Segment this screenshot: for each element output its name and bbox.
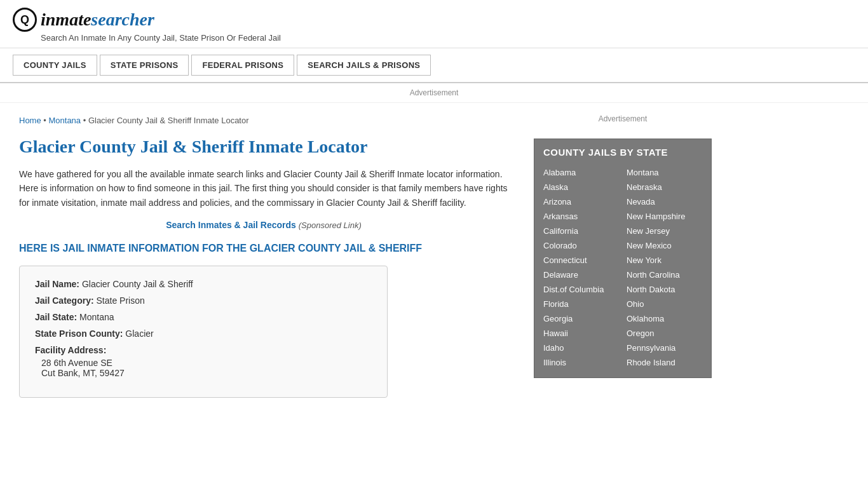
- state-item[interactable]: Illinois: [539, 355, 623, 370]
- state-item[interactable]: Georgia: [539, 311, 623, 326]
- state-item[interactable]: Alaska: [539, 180, 623, 194]
- jail-category-row: Jail Category: State Prison: [35, 295, 372, 306]
- state-item[interactable]: Rhode Island: [623, 355, 706, 370]
- header: Q inmatesearcher Search An Inmate In Any…: [0, 0, 868, 48]
- search-jails-nav-btn[interactable]: SEARCH JAILS & PRISONS: [297, 55, 431, 76]
- state-item[interactable]: Connecticut: [539, 253, 623, 268]
- state-prison-county-label: State Prison County:: [35, 329, 123, 339]
- sidebar-ad-label: Advertisement: [599, 114, 648, 123]
- logo-text-italic: searcher: [91, 10, 154, 29]
- page-title: Glacier County Jail & Sheriff Inmate Loc…: [19, 137, 508, 157]
- description: We have gathered for you all the availab…: [19, 167, 508, 210]
- sidebar-ad: Advertisement: [534, 109, 712, 128]
- state-prison-county-value: Glacier: [125, 329, 153, 339]
- federal-prisons-nav-btn[interactable]: FEDERAL PRISONS: [191, 55, 294, 76]
- state-item[interactable]: Idaho: [539, 341, 623, 355]
- state-item[interactable]: Florida: [539, 297, 623, 311]
- sidebar: Advertisement COUNTY JAILS BY STATE Alab…: [527, 103, 724, 410]
- state-item[interactable]: California: [539, 224, 623, 238]
- ad-banner: Advertisement: [0, 83, 868, 103]
- breadcrumb-current: Glacier County Jail & Sheriff Inmate Loc…: [88, 116, 249, 125]
- breadcrumb: Home • Montana • Glacier County Jail & S…: [19, 116, 508, 125]
- state-item[interactable]: Oklahoma: [623, 311, 706, 326]
- breadcrumb-sep2: •: [83, 116, 88, 125]
- jail-category-label: Jail Category:: [35, 295, 94, 306]
- section-heading: HERE IS JAIL INMATE INFORMATION FOR THE …: [19, 243, 508, 254]
- state-item[interactable]: New Mexico: [623, 238, 706, 253]
- state-item[interactable]: Nevada: [623, 194, 706, 209]
- logo-text: inmatesearcher: [41, 10, 154, 30]
- state-item[interactable]: Hawaii: [539, 326, 623, 341]
- state-item[interactable]: Nebraska: [623, 180, 706, 194]
- state-item[interactable]: Pennsylvania: [623, 341, 706, 355]
- logo-text-plain: inmate: [41, 10, 91, 29]
- state-item[interactable]: Delaware: [539, 268, 623, 282]
- logo-area: Q inmatesearcher: [13, 8, 855, 32]
- sponsored-text: (Sponsored Link): [299, 220, 362, 230]
- state-item[interactable]: North Carolina: [623, 268, 706, 282]
- county-jails-nav-btn[interactable]: COUNTY JAILS: [13, 55, 97, 76]
- state-item[interactable]: Arizona: [539, 194, 623, 209]
- state-prison-county-row: State Prison County: Glacier: [35, 329, 372, 339]
- jail-name-value: Glacier County Jail & Sheriff: [82, 279, 193, 289]
- logo-icon: Q: [13, 8, 37, 32]
- state-item[interactable]: Ohio: [623, 297, 706, 311]
- state-item[interactable]: New Jersey: [623, 224, 706, 238]
- main-layout: Home • Montana • Glacier County Jail & S…: [0, 103, 868, 410]
- content-area: Home • Montana • Glacier County Jail & S…: [0, 103, 527, 410]
- state-box-header: COUNTY JAILS BY STATE: [534, 139, 711, 163]
- state-item[interactable]: Colorado: [539, 238, 623, 253]
- breadcrumb-home[interactable]: Home: [19, 116, 41, 125]
- state-item[interactable]: North Dakota: [623, 282, 706, 297]
- tagline: Search An Inmate In Any County Jail, Sta…: [41, 33, 855, 43]
- jail-info-box: Jail Name: Glacier County Jail & Sheriff…: [19, 266, 388, 398]
- search-inmates-link[interactable]: Search Inmates & Jail Records: [166, 220, 296, 230]
- jail-state-value: Montana: [79, 312, 114, 322]
- state-list: AlabamaMontanaAlaskaNebraskaArizonaNevad…: [534, 163, 711, 377]
- facility-address-row: Facility Address: 28 6th Avenue SE Cut B…: [35, 345, 372, 378]
- state-prisons-nav-btn[interactable]: STATE PRISONS: [100, 55, 189, 76]
- jail-name-row: Jail Name: Glacier County Jail & Sheriff: [35, 279, 372, 289]
- state-item[interactable]: Alabama: [539, 165, 623, 180]
- address-line1: 28 6th Avenue SE: [41, 358, 372, 368]
- jail-state-row: Jail State: Montana: [35, 312, 372, 322]
- state-item[interactable]: Arkansas: [539, 209, 623, 224]
- address-lines: 28 6th Avenue SE Cut Bank, MT, 59427: [35, 358, 372, 378]
- state-box: COUNTY JAILS BY STATE AlabamaMontanaAlas…: [534, 139, 712, 378]
- state-item[interactable]: Montana: [623, 165, 706, 180]
- jail-name-label: Jail Name:: [35, 279, 79, 289]
- state-item[interactable]: Dist.of Columbia: [539, 282, 623, 297]
- state-item[interactable]: New York: [623, 253, 706, 268]
- nav-bar: COUNTY JAILS STATE PRISONS FEDERAL PRISO…: [0, 48, 868, 83]
- state-item[interactable]: New Hampshire: [623, 209, 706, 224]
- facility-address-label: Facility Address:: [35, 345, 106, 355]
- jail-state-label: Jail State:: [35, 312, 77, 322]
- address-line2: Cut Bank, MT, 59427: [41, 368, 372, 378]
- breadcrumb-montana[interactable]: Montana: [48, 116, 81, 125]
- state-item[interactable]: Oregon: [623, 326, 706, 341]
- ad-label: Advertisement: [410, 88, 459, 97]
- jail-category-value: State Prison: [96, 295, 144, 306]
- search-link-area: Search Inmates & Jail Records (Sponsored…: [19, 220, 508, 230]
